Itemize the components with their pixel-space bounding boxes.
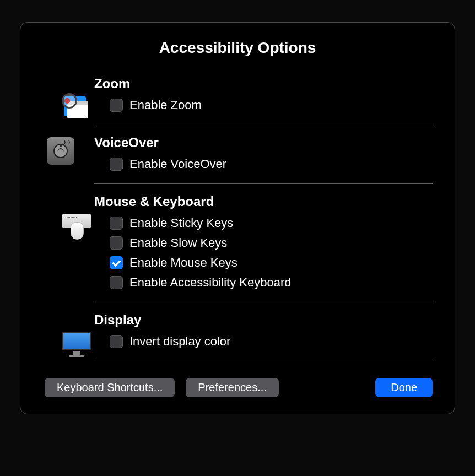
label-enable-slow-keys: Enable Slow Keys [129,236,227,250]
checkbox-enable-mouse-keys[interactable] [110,256,123,269]
section-display: Display Invert display color [42,312,433,354]
zoom-icon [45,76,77,108]
label-invert-display-color: Invert display color [129,334,230,349]
button-row: Keyboard Shortcuts... Preferences... Don… [42,378,433,397]
section-title-voiceover: VoiceOver [94,135,433,150]
section-title-mouse-keyboard: Mouse & Keyboard [94,194,433,209]
label-enable-sticky-keys: Enable Sticky Keys [129,216,233,230]
checkbox-enable-slow-keys[interactable] [110,236,123,250]
option-enable-sticky-keys: Enable Sticky Keys [94,216,433,230]
dialog-title: Accessibility Options [42,39,433,57]
option-enable-zoom: Enable Zoom [94,98,433,112]
section-title-display: Display [94,312,433,328]
mouse-keyboard-icon [45,194,77,226]
divider [94,125,433,125]
label-enable-mouse-keys: Enable Mouse Keys [129,256,238,270]
divider [94,361,433,361]
checkbox-enable-sticky-keys[interactable] [110,217,123,230]
preferences-button[interactable]: Preferences... [186,378,279,397]
checkbox-enable-accessibility-keyboard[interactable] [110,276,123,289]
display-icon [45,312,77,344]
voiceover-icon: ❩❩ [45,135,77,167]
checkbox-invert-display-color[interactable] [110,335,123,348]
option-enable-slow-keys: Enable Slow Keys [94,236,433,250]
section-voiceover: ❩❩ VoiceOver Enable VoiceOver [42,135,433,177]
checkbox-enable-voiceover[interactable] [110,158,123,171]
divider [94,183,433,184]
checkbox-enable-zoom[interactable] [110,99,123,112]
keyboard-shortcuts-button[interactable]: Keyboard Shortcuts... [45,378,175,397]
section-zoom: Zoom Enable Zoom [42,76,433,118]
option-enable-voiceover: Enable VoiceOver [94,157,433,171]
section-mouse-keyboard: Mouse & Keyboard Enable Sticky Keys Enab… [42,194,433,295]
divider [94,302,433,302]
section-title-zoom: Zoom [94,76,433,91]
done-button[interactable]: Done [375,378,433,397]
option-invert-display-color: Invert display color [94,334,433,349]
label-enable-voiceover: Enable VoiceOver [129,157,226,171]
option-enable-mouse-keys: Enable Mouse Keys [94,256,433,270]
accessibility-options-dialog: Accessibility Options Zoom Enable Zoom ❩… [20,22,455,414]
label-enable-accessibility-keyboard: Enable Accessibility Keyboard [129,275,292,290]
label-enable-zoom: Enable Zoom [129,98,202,112]
option-enable-accessibility-keyboard: Enable Accessibility Keyboard [94,275,433,290]
